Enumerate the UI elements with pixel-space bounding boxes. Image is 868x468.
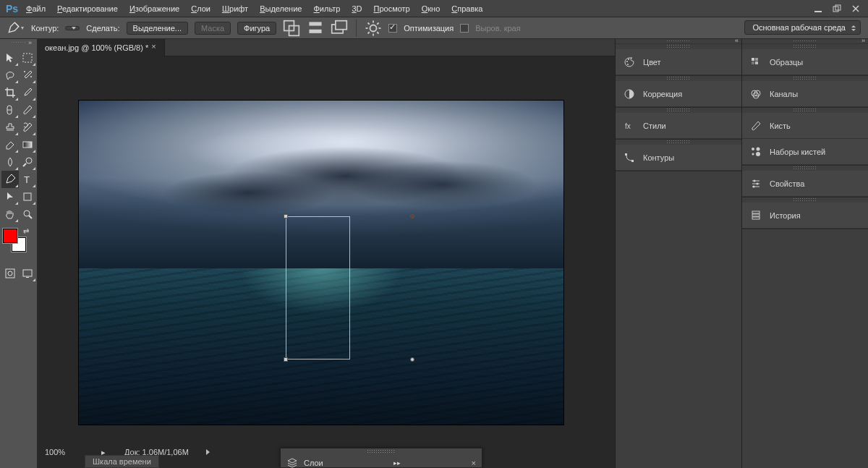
panel-collapse-icon[interactable]: » (861, 37, 865, 44)
layers-panel[interactable]: Слои ▸▸ × (280, 448, 482, 468)
timeline-panel-tab[interactable]: Шкала времени (85, 455, 159, 468)
path-bool-1-icon[interactable] (283, 20, 300, 36)
menu-image[interactable]: Изображение (124, 0, 185, 17)
panel-brush[interactable]: Кисть (742, 113, 868, 139)
gradient-tool[interactable] (19, 136, 36, 153)
svg-point-36 (627, 64, 629, 65)
path-arrange-icon[interactable] (331, 20, 348, 36)
hand-tool[interactable] (1, 205, 19, 223)
svg-rect-5 (310, 22, 322, 25)
panel-swatches[interactable]: Образцы (742, 49, 868, 75)
svg-rect-59 (752, 214, 760, 216)
svg-point-19 (24, 71, 25, 72)
align-edges-checkbox[interactable] (460, 24, 469, 33)
svg-rect-58 (752, 211, 760, 213)
menu-layers[interactable]: Слои (185, 0, 216, 17)
history-icon (749, 209, 762, 222)
pen-path-overlay[interactable] (286, 216, 412, 359)
active-tool-pen-icon[interactable]: ▾ (6, 20, 25, 36)
path-align-icon[interactable] (307, 20, 324, 36)
tools-collapse-icon[interactable]: » (28, 39, 35, 46)
panel-close-icon[interactable]: × (472, 459, 476, 467)
eyedropper-tool[interactable] (19, 84, 36, 101)
window-restore-button[interactable] (827, 1, 846, 16)
make-selection-button[interactable]: Выделение... (127, 22, 188, 35)
menu-help[interactable]: Справка (446, 0, 488, 17)
gear-icon[interactable] (365, 20, 382, 36)
optimize-checkbox[interactable] (388, 24, 397, 33)
panel-label: Кисть (770, 122, 791, 130)
panel-collapse-icon[interactable]: ▸▸ (393, 459, 401, 467)
workspace-selector[interactable]: Основная рабочая среда (744, 20, 861, 35)
panel-channels[interactable]: Каналы (742, 81, 868, 107)
panel-brush-presets[interactable]: Наборы кистей (742, 139, 868, 165)
move-tool[interactable] (1, 49, 19, 67)
zoom-tool[interactable] (19, 205, 36, 223)
foreground-color-swatch[interactable] (3, 229, 17, 243)
menu-filter[interactable]: Фильтр (307, 0, 346, 17)
panel-collapse-icon[interactable]: « (735, 37, 739, 44)
svg-point-35 (628, 59, 629, 60)
wand-tool[interactable] (19, 67, 36, 84)
blur-tool[interactable] (1, 153, 19, 171)
path-select-tool[interactable] (1, 188, 19, 205)
quickmask-icon[interactable] (1, 265, 19, 282)
zoom-level[interactable]: 100% (45, 448, 88, 456)
menu-window[interactable]: Окно (416, 0, 446, 17)
menubar: Ps Файл Редактирование Изображение Слои … (0, 0, 868, 17)
menu-file[interactable]: Файл (20, 0, 51, 17)
anchor-point[interactable] (284, 357, 288, 362)
svg-text:T: T (24, 174, 30, 185)
stamp-tool[interactable] (1, 119, 19, 136)
properties-icon (749, 177, 762, 190)
svg-text:fx: fx (625, 122, 631, 130)
heal-tool[interactable] (1, 101, 19, 119)
marquee-tool[interactable] (19, 49, 36, 67)
menu-edit[interactable]: Редактирование (51, 0, 124, 17)
panel-adjustments[interactable]: Коррекция (616, 81, 741, 107)
panel-label: Цвет (643, 58, 661, 67)
lasso-tool[interactable] (1, 67, 19, 84)
screenmode-icon[interactable] (19, 265, 36, 282)
svg-point-49 (757, 147, 760, 150)
crop-tool[interactable] (1, 84, 19, 101)
dodge-tool[interactable] (19, 153, 36, 171)
svg-line-15 (377, 32, 378, 33)
options-bar: ▾ Контур: Сделать: Выделение... Маска Фи… (0, 17, 868, 39)
make-mask-button[interactable]: Маска (195, 22, 231, 35)
panel-paths[interactable]: Контуры (616, 145, 741, 171)
svg-rect-44 (755, 61, 758, 64)
menu-3d[interactable]: 3D (346, 0, 367, 17)
eraser-tool[interactable] (1, 136, 19, 153)
panel-color[interactable]: Цвет (616, 49, 741, 75)
make-shape-button[interactable]: Фигура (237, 22, 276, 35)
brush-tool[interactable] (19, 101, 36, 119)
menu-type[interactable]: Шрифт (216, 0, 254, 17)
canvas-viewport[interactable] (38, 56, 615, 468)
pen-tool[interactable] (1, 171, 19, 188)
menu-select[interactable]: Выделение (254, 0, 307, 17)
menu-view[interactable]: Просмотр (367, 0, 415, 17)
svg-rect-41 (752, 58, 754, 61)
window-close-button[interactable] (846, 1, 865, 16)
swap-colors-icon[interactable]: ⇄ (23, 227, 30, 234)
layers-icon (286, 457, 298, 468)
anchor-point[interactable] (284, 214, 288, 218)
history-brush-tool[interactable] (19, 119, 36, 136)
anchor-point[interactable] (410, 357, 414, 362)
window-minimize-button[interactable] (809, 1, 827, 16)
panel-styles[interactable]: fx Стили (616, 113, 741, 139)
document-tab[interactable]: океан.jpg @ 100% (RGB/8) * × (38, 39, 165, 56)
anchor-point[interactable] (410, 214, 414, 218)
type-tool[interactable]: T (19, 171, 36, 188)
svg-point-51 (756, 152, 760, 156)
panel-properties[interactable]: Свойства (742, 171, 868, 197)
svg-rect-27 (24, 193, 31, 200)
tool-palette: » T ⇄ (0, 39, 38, 468)
panel-history[interactable]: История (742, 203, 868, 229)
status-menu-icon[interactable] (206, 449, 210, 455)
contour-mode-dropdown[interactable] (65, 26, 80, 30)
svg-line-14 (368, 22, 370, 24)
close-document-icon[interactable]: × (151, 42, 160, 51)
shape-tool[interactable] (19, 188, 36, 205)
